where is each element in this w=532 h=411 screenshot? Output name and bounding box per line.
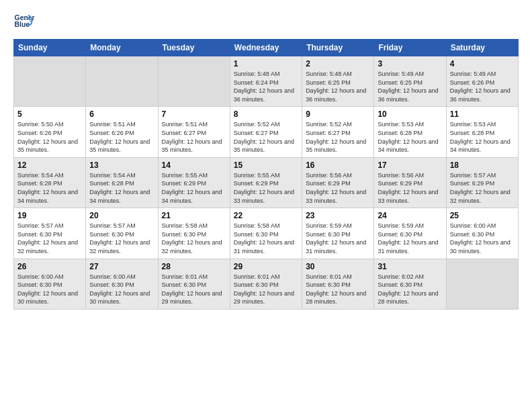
day-number: 14 (162, 161, 226, 170)
calendar-cell: 17 Sunrise: 5:56 AM Sunset: 6:29 PM Dayl… (374, 157, 446, 208)
calendar-cell (446, 259, 518, 309)
day-number: 28 (162, 262, 226, 271)
day-number: 4 (450, 59, 515, 68)
day-info: Sunrise: 6:01 AM Sunset: 6:30 PM Dayligh… (162, 273, 226, 306)
day-info: Sunrise: 5:57 AM Sunset: 6:29 PM Dayligh… (450, 171, 515, 205)
calendar-cell: 12 Sunrise: 5:54 AM Sunset: 6:28 PM Dayl… (14, 157, 86, 208)
day-number: 15 (234, 161, 298, 170)
day-info: Sunrise: 5:53 AM Sunset: 6:28 PM Dayligh… (450, 120, 515, 154)
calendar-cell: 9 Sunrise: 5:52 AM Sunset: 6:27 PM Dayli… (302, 107, 374, 157)
day-info: Sunrise: 5:49 AM Sunset: 6:26 PM Dayligh… (450, 70, 515, 103)
calendar-cell: 27 Sunrise: 6:00 AM Sunset: 6:30 PM Dayl… (86, 259, 158, 309)
day-number: 10 (378, 109, 442, 119)
day-number: 19 (17, 211, 82, 220)
day-info: Sunrise: 5:50 AM Sunset: 6:26 PM Dayligh… (17, 120, 82, 154)
day-number: 11 (450, 109, 515, 119)
day-number: 9 (306, 109, 370, 119)
day-info: Sunrise: 5:55 AM Sunset: 6:29 PM Dayligh… (162, 171, 226, 205)
day-info: Sunrise: 6:02 AM Sunset: 6:30 PM Dayligh… (378, 273, 442, 306)
calendar-cell: 18 Sunrise: 5:57 AM Sunset: 6:29 PM Dayl… (446, 157, 518, 208)
calendar-cell: 14 Sunrise: 5:55 AM Sunset: 6:29 PM Dayl… (158, 157, 230, 208)
day-number: 21 (162, 211, 226, 220)
day-number: 16 (306, 161, 370, 170)
day-number: 13 (89, 161, 154, 170)
day-number: 18 (450, 161, 515, 170)
day-info: Sunrise: 5:48 AM Sunset: 6:25 PM Dayligh… (306, 70, 370, 103)
day-number: 25 (450, 211, 515, 220)
logo: General Blue (13, 11, 35, 32)
day-info: Sunrise: 5:57 AM Sunset: 6:30 PM Dayligh… (17, 222, 82, 255)
day-info: Sunrise: 6:01 AM Sunset: 6:30 PM Dayligh… (234, 273, 298, 306)
calendar-cell (14, 56, 86, 107)
day-info: Sunrise: 5:57 AM Sunset: 6:30 PM Dayligh… (89, 222, 154, 255)
day-info: Sunrise: 5:54 AM Sunset: 6:28 PM Dayligh… (17, 171, 82, 205)
calendar-cell: 2 Sunrise: 5:48 AM Sunset: 6:25 PM Dayli… (302, 56, 374, 107)
day-number: 17 (378, 161, 442, 170)
day-number: 27 (89, 262, 154, 271)
calendar-cell: 25 Sunrise: 6:00 AM Sunset: 6:30 PM Dayl… (446, 208, 518, 259)
day-number: 23 (306, 211, 370, 220)
calendar-cell: 5 Sunrise: 5:50 AM Sunset: 6:26 PM Dayli… (14, 107, 86, 157)
calendar-cell (86, 56, 158, 107)
header-row: SundayMondayTuesdayWednesdayThursdayFrid… (14, 40, 519, 56)
calendar-cell: 22 Sunrise: 5:58 AM Sunset: 6:30 PM Dayl… (230, 208, 302, 259)
calendar-cell: 30 Sunrise: 6:01 AM Sunset: 6:30 PM Dayl… (302, 259, 374, 309)
day-number: 24 (378, 211, 442, 220)
day-number: 12 (17, 161, 82, 170)
day-number: 31 (378, 262, 442, 271)
calendar-cell: 7 Sunrise: 5:51 AM Sunset: 6:27 PM Dayli… (158, 107, 230, 157)
calendar-cell: 23 Sunrise: 5:59 AM Sunset: 6:30 PM Dayl… (302, 208, 374, 259)
calendar-cell (158, 56, 230, 107)
weekday-header: Sunday (14, 40, 86, 56)
day-info: Sunrise: 5:59 AM Sunset: 6:30 PM Dayligh… (306, 222, 370, 255)
page: General Blue SundayMondayTuesdayWednesda… (0, 0, 532, 411)
day-info: Sunrise: 5:51 AM Sunset: 6:26 PM Dayligh… (89, 120, 154, 154)
day-number: 30 (306, 262, 370, 271)
calendar-cell: 13 Sunrise: 5:54 AM Sunset: 6:28 PM Dayl… (86, 157, 158, 208)
calendar-cell: 21 Sunrise: 5:58 AM Sunset: 6:30 PM Dayl… (158, 208, 230, 259)
calendar-cell: 26 Sunrise: 6:00 AM Sunset: 6:30 PM Dayl… (14, 259, 86, 309)
day-number: 2 (306, 59, 370, 68)
day-info: Sunrise: 6:01 AM Sunset: 6:30 PM Dayligh… (306, 273, 370, 306)
calendar-cell: 4 Sunrise: 5:49 AM Sunset: 6:26 PM Dayli… (446, 56, 518, 107)
logo-icon: General Blue (13, 11, 35, 32)
calendar-cell: 19 Sunrise: 5:57 AM Sunset: 6:30 PM Dayl… (14, 208, 86, 259)
day-info: Sunrise: 5:52 AM Sunset: 6:27 PM Dayligh… (234, 120, 298, 154)
calendar-cell: 11 Sunrise: 5:53 AM Sunset: 6:28 PM Dayl… (446, 107, 518, 157)
calendar-row: 19 Sunrise: 5:57 AM Sunset: 6:30 PM Dayl… (14, 208, 519, 259)
day-info: Sunrise: 5:56 AM Sunset: 6:29 PM Dayligh… (378, 171, 442, 205)
weekday-header: Friday (374, 40, 446, 56)
day-number: 8 (234, 109, 298, 119)
calendar-table: SundayMondayTuesdayWednesdayThursdayFrid… (13, 39, 519, 310)
calendar-cell: 10 Sunrise: 5:53 AM Sunset: 6:28 PM Dayl… (374, 107, 446, 157)
day-number: 1 (234, 59, 298, 68)
calendar-row: 5 Sunrise: 5:50 AM Sunset: 6:26 PM Dayli… (14, 107, 519, 157)
day-info: Sunrise: 5:53 AM Sunset: 6:28 PM Dayligh… (378, 120, 442, 154)
calendar-cell: 1 Sunrise: 5:48 AM Sunset: 6:24 PM Dayli… (230, 56, 302, 107)
header: General Blue (13, 11, 519, 32)
calendar-row: 12 Sunrise: 5:54 AM Sunset: 6:28 PM Dayl… (14, 157, 519, 208)
day-info: Sunrise: 6:00 AM Sunset: 6:30 PM Dayligh… (450, 222, 515, 255)
weekday-header: Tuesday (158, 40, 230, 56)
day-info: Sunrise: 5:59 AM Sunset: 6:30 PM Dayligh… (378, 222, 442, 255)
calendar-cell: 24 Sunrise: 5:59 AM Sunset: 6:30 PM Dayl… (374, 208, 446, 259)
day-number: 29 (234, 262, 298, 271)
day-number: 5 (17, 109, 82, 119)
day-number: 7 (162, 109, 226, 119)
calendar-cell: 16 Sunrise: 5:56 AM Sunset: 6:29 PM Dayl… (302, 157, 374, 208)
weekday-header: Wednesday (230, 40, 302, 56)
day-number: 20 (89, 211, 154, 220)
calendar-cell: 15 Sunrise: 5:55 AM Sunset: 6:29 PM Dayl… (230, 157, 302, 208)
weekday-header: Monday (86, 40, 158, 56)
day-number: 26 (17, 262, 82, 271)
day-info: Sunrise: 5:49 AM Sunset: 6:25 PM Dayligh… (378, 70, 442, 103)
day-info: Sunrise: 5:48 AM Sunset: 6:24 PM Dayligh… (234, 70, 298, 103)
day-info: Sunrise: 5:55 AM Sunset: 6:29 PM Dayligh… (234, 171, 298, 205)
day-info: Sunrise: 5:52 AM Sunset: 6:27 PM Dayligh… (306, 120, 370, 154)
day-info: Sunrise: 5:58 AM Sunset: 6:30 PM Dayligh… (234, 222, 298, 255)
calendar-cell: 3 Sunrise: 5:49 AM Sunset: 6:25 PM Dayli… (374, 56, 446, 107)
calendar-cell: 6 Sunrise: 5:51 AM Sunset: 6:26 PM Dayli… (86, 107, 158, 157)
calendar-row: 26 Sunrise: 6:00 AM Sunset: 6:30 PM Dayl… (14, 259, 519, 309)
calendar-cell: 20 Sunrise: 5:57 AM Sunset: 6:30 PM Dayl… (86, 208, 158, 259)
calendar-cell: 31 Sunrise: 6:02 AM Sunset: 6:30 PM Dayl… (374, 259, 446, 309)
